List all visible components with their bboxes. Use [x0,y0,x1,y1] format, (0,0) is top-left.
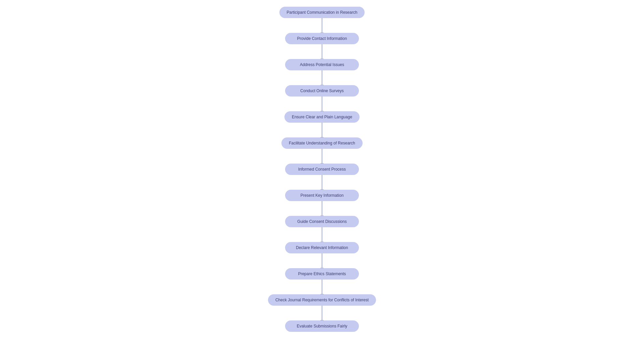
connector-5 [322,123,322,137]
node-6: Facilitate Understanding of Research [281,137,362,149]
connector-12 [322,306,322,320]
connector-7 [322,175,322,190]
node-3: Address Potential Issues [285,59,359,70]
node-5: Ensure Clear and Plain Language [284,111,360,123]
connector-2 [322,44,322,59]
connector-4 [322,97,322,111]
node-1: Participant Communication in Research [279,7,365,18]
node-9: Guide Consent Discussions [285,216,359,227]
node-2: Provide Contact Information [285,33,359,44]
flowchart: Participant Communication in ResearchPro… [268,0,376,345]
node-7: Informed Consent Process [285,164,359,175]
connector-3 [322,70,322,85]
node-12: Check Journal Requirements for Conflicts… [268,294,376,306]
node-13: Evaluate Submissions Fairly [285,320,359,332]
connector-10 [322,253,322,268]
node-8: Present Key Information [285,190,359,201]
connector-6 [322,149,322,164]
connector-1 [322,18,322,33]
node-4: Conduct Online Surveys [285,85,359,97]
connector-11 [322,280,322,294]
node-11: Prepare Ethics Statements [285,268,359,280]
node-10: Declare Relevant Information [285,242,359,253]
connector-8 [322,201,322,216]
connector-9 [322,227,322,242]
